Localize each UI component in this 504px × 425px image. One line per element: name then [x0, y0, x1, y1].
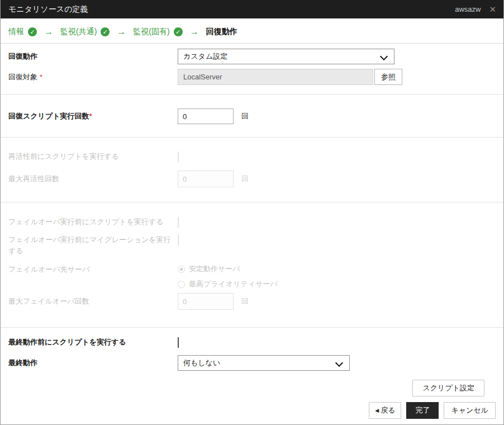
max-reactivation-count-label: 最大再活性回数	[8, 173, 178, 185]
recovery-action-select[interactable]: カスタム設定	[178, 49, 394, 64]
unit-label: 回	[241, 174, 249, 184]
max-reactivation-count-input	[178, 171, 234, 187]
wizard-step-label[interactable]: 監視(共通)	[60, 27, 97, 37]
recovery-script-count-input[interactable]	[178, 108, 234, 124]
radio-stable-server-icon	[178, 266, 185, 273]
radio-highest-priority-server: 最高プライオリティサーバ	[178, 279, 278, 289]
close-icon[interactable]: ✕	[489, 5, 496, 13]
migration-before-failover-label: フェイルオーバ実行前にマイグレーションを実行する	[8, 234, 178, 256]
max-failover-count-label: 最大フェイルオーバ回数	[8, 296, 178, 307]
row-recovery-script-count: 回復スクリプト実行回数* 回	[8, 108, 496, 124]
unit-label: 回	[241, 111, 249, 121]
radio-highest-priority-server-label: 最高プライオリティサーバ	[189, 279, 278, 289]
wizard-step-monitor-common[interactable]: 監視(共通) ✓	[60, 27, 110, 37]
final-action-select[interactable]: 何もしない	[178, 355, 350, 371]
recovery-target-label: 回復対象*	[8, 72, 178, 83]
script-before-reactivation-label: 再活性前にスクリプトを実行する	[8, 151, 178, 162]
step-done-check-icon: ✓	[101, 27, 110, 36]
radio-stable-server: 安定動作サーバ	[178, 264, 278, 274]
wizard-step-recovery-action: 回復動作	[206, 27, 237, 37]
checkbox-wrap	[178, 337, 179, 348]
dialog-titlebar: モニタリソースの定義 awsazw ✕	[1, 0, 503, 18]
finish-button[interactable]: 完了	[406, 402, 439, 419]
recovery-action-value: カスタム設定	[183, 51, 227, 62]
step-done-check-icon: ✓	[28, 27, 37, 36]
row-final-action: 最終動作 何もしない	[8, 355, 496, 371]
script-before-final-action-checkbox[interactable]	[178, 337, 179, 348]
step-arrow-icon: →	[44, 27, 53, 37]
row-script-before-failover: フェイルオーバ実行前にスクリプトを実行する	[8, 216, 496, 228]
script-before-reactivation-checkbox	[178, 152, 179, 162]
final-action-value: 何もしない	[183, 358, 220, 368]
max-failover-count-input	[178, 293, 234, 310]
recovery-script-count-label: 回復スクリプト実行回数*	[8, 111, 178, 122]
row-script-before-final-action: 最終動作前にスクリプトを実行する	[8, 337, 496, 348]
browse-button[interactable]: 参照	[374, 69, 402, 85]
wizard-step-label[interactable]: 情報	[8, 27, 24, 37]
wizard-breadcrumb: 情報 ✓ → 監視(共通) ✓ → 監視(固有) ✓ → 回復動作	[1, 18, 503, 44]
step-arrow-icon: →	[117, 27, 126, 37]
dialog-action-row: ◀戻る 完了 キャンセル	[1, 402, 503, 419]
checkbox-wrap	[178, 234, 179, 245]
migration-before-failover-checkbox	[178, 235, 179, 245]
back-arrow-icon: ◀	[375, 408, 379, 413]
script-settings-button[interactable]: スクリプト設定	[412, 380, 484, 396]
unit-label: 回	[241, 296, 249, 306]
section-failover: フェイルオーバ実行前にスクリプトを実行する フェイルオーバ実行前にマイグレーショ…	[1, 202, 503, 328]
resource-name-label: awsazw	[455, 5, 481, 13]
recovery-target-field[interactable]	[178, 69, 373, 85]
required-mark: *	[89, 112, 92, 120]
checkbox-wrap	[178, 216, 179, 228]
script-settings-row: スクリプト設定	[1, 380, 503, 396]
script-before-failover-label: フェイルオーバ実行前にスクリプトを実行する	[8, 216, 178, 228]
radio-highest-priority-server-icon	[178, 281, 185, 288]
row-max-failover-count: 最大フェイルオーバ回数 回	[8, 293, 496, 310]
step-done-check-icon: ✓	[174, 27, 183, 36]
script-before-final-action-label: 最終動作前にスクリプトを実行する	[8, 337, 178, 348]
required-mark: *	[40, 73, 42, 81]
row-recovery-target: 回復対象* 参照	[8, 69, 496, 85]
wizard-step-label[interactable]: 監視(固有)	[133, 27, 169, 37]
section-recovery-script-count: 回復スクリプト実行回数* 回	[1, 95, 503, 138]
row-migration-before-failover: フェイルオーバ実行前にマイグレーションを実行する	[8, 234, 496, 256]
failover-target-server-label: フェイルオーバ先サーバ	[8, 264, 178, 275]
wizard-current-step-label: 回復動作	[206, 27, 237, 37]
row-failover-target-server: フェイルオーバ先サーバ 安定動作サーバ 最高プライオリティサーバ	[8, 264, 496, 289]
section-recovery-action: 回復動作 カスタム設定 回復対象* 参照	[1, 44, 503, 95]
section-final-action: 最終動作前にスクリプトを実行する 最終動作 何もしない	[1, 328, 503, 371]
radio-stable-server-label: 安定動作サーバ	[189, 264, 240, 274]
back-button[interactable]: ◀戻る	[369, 402, 401, 419]
wizard-step-info[interactable]: 情報 ✓	[8, 27, 37, 37]
step-arrow-icon: →	[190, 27, 199, 37]
checkbox-wrap	[178, 151, 179, 162]
section-reactivation: 再活性前にスクリプトを実行する 最大再活性回数 回	[1, 138, 503, 202]
row-recovery-action: 回復動作 カスタム設定	[8, 49, 496, 64]
wizard-step-monitor-special[interactable]: 監視(固有) ✓	[133, 27, 182, 37]
row-script-before-reactivation: 再活性前にスクリプトを実行する	[8, 151, 496, 162]
cancel-button[interactable]: キャンセル	[444, 402, 496, 419]
row-max-reactivation-count: 最大再活性回数 回	[8, 171, 496, 187]
monitor-resource-definition-dialog: モニタリソースの定義 awsazw ✕ 情報 ✓ → 監視(共通) ✓ → 監視…	[0, 0, 504, 425]
recovery-action-label: 回復動作	[8, 51, 178, 62]
script-before-failover-checkbox	[178, 217, 179, 228]
dialog-title: モニタリソースの定義	[8, 4, 88, 15]
final-action-label: 最終動作	[8, 357, 178, 369]
failover-target-server-options: 安定動作サーバ 最高プライオリティサーバ	[178, 264, 278, 289]
